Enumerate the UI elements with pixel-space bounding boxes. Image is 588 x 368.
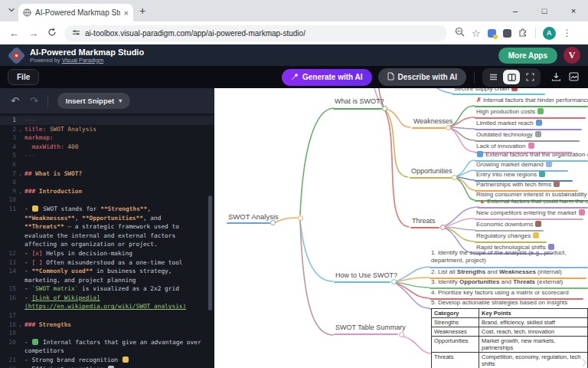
tab-strip: AI-Powered Markmap Studio × + – □ × (0, 0, 588, 21)
visual-paradigm-link[interactable]: Visual Paradigm (62, 57, 103, 64)
fold-caret-icon[interactable]: ▾ (19, 127, 21, 136)
code-line[interactable]: 20- Internal factors that give an advant… (0, 338, 214, 356)
browser-menu-icon[interactable]: ⋮ (563, 28, 572, 38)
split-view-button[interactable] (503, 70, 520, 84)
code-line[interactable]: 11- SWOT stands for **Strengths**, **Wea… (0, 205, 214, 249)
code-line[interactable]: 21- Strong brand recognition (0, 356, 214, 365)
node-toggle-circle[interactable] (440, 225, 446, 230)
mindmap-nodes: SWOT AnalysisWhat is SWOT?Secure supply … (214, 88, 588, 368)
swot-summary-table: CategoryKey PointsStrengthsBrand, effici… (431, 308, 588, 368)
table-row: OpportunitiesMarket growth, new markets,… (432, 337, 588, 353)
window-maximize-button[interactable]: □ (530, 6, 559, 15)
emoji-icon (511, 88, 518, 91)
opportunity-item: Partnerships with tech firms (476, 181, 560, 189)
profile-avatar[interactable]: A (543, 27, 556, 40)
code-line[interactable]: 18▾### Strengths (0, 320, 214, 330)
mindmap[interactable]: SWOT AnalysisWhat is SWOT?Secure supply … (214, 88, 588, 368)
howto-step: 3. Identify Opportunities and Threats (e… (431, 278, 563, 286)
code-line[interactable]: 8 (0, 178, 214, 187)
generate-with-ai-button[interactable]: Generate with AI (282, 69, 372, 86)
fold-caret-icon[interactable]: ▾ (19, 189, 21, 198)
extension-dark-icon[interactable] (503, 29, 511, 38)
code-line[interactable]: 16- [Link of Wikipedia](https://en.wikip… (0, 294, 214, 311)
code-line[interactable]: 7▾## What is SWOT? (0, 169, 214, 179)
node-toggle-circle[interactable] (452, 175, 457, 180)
browser-window: AI-Powered Markmap Studio × + – □ × ← → … (0, 0, 588, 368)
redo-button[interactable]: ↷ (30, 95, 38, 107)
browser-tab[interactable]: AI-Powered Markmap Studio × (18, 4, 133, 21)
tab-title: AI-Powered Markmap Studio (35, 8, 120, 17)
code-line[interactable]: 9▾### Introduction (0, 187, 214, 196)
url-bar[interactable]: ai-toolbox.visual-paradigm.com/app/ai-po… (64, 25, 447, 41)
emoji-icon (554, 181, 560, 187)
code-line[interactable]: 1--- (0, 116, 214, 125)
node-underline (227, 222, 270, 224)
undo-button[interactable]: ↶ (11, 95, 19, 107)
fullscreen-view-button[interactable] (521, 70, 538, 84)
code-line[interactable]: 19 (0, 329, 214, 338)
node-underline (475, 129, 582, 130)
extensions-puzzle-icon[interactable] (518, 26, 528, 40)
table-header: Key Points (479, 309, 588, 318)
opportunity-item: External factors that the organization c… (476, 151, 588, 159)
download-icon[interactable] (551, 71, 561, 84)
extension-colored-icon[interactable] (488, 29, 496, 38)
file-menu-button[interactable]: File (8, 69, 39, 85)
node-threats: Threats (412, 217, 436, 225)
editor-scrollbar[interactable] (208, 196, 212, 310)
code-line[interactable]: 13- [ ] Often misunderstood as a one-tim… (0, 258, 214, 268)
reload-button[interactable] (47, 28, 57, 39)
node-toggle-circle[interactable] (446, 125, 451, 130)
forward-button[interactable]: → (28, 28, 38, 39)
marker-icon: ▲ (479, 198, 485, 205)
tab-close-icon[interactable]: × (124, 8, 129, 18)
code-line[interactable]: 2▾title: SWOT Analysis (0, 125, 214, 134)
node-underline (333, 108, 382, 110)
code-line[interactable]: 22- Efficient operations (0, 365, 214, 368)
howto-step: 1. Identify the scope of the analysis (e… (431, 249, 567, 264)
more-apps-button[interactable]: More Apps (498, 48, 557, 64)
code-line[interactable]: 15- `SWOT matrix` is visualized as a 2x2… (0, 284, 214, 294)
code-line[interactable]: 17 (0, 311, 214, 320)
new-tab-button[interactable]: + (139, 5, 145, 16)
code-line[interactable]: 14- **Commonly used** in business strate… (0, 267, 214, 284)
node-toggle-circle[interactable] (399, 332, 404, 337)
code-line[interactable]: 5--- (0, 151, 214, 160)
zoom-icon[interactable] (455, 26, 465, 40)
opportunity-item: Entry into new regions (476, 171, 546, 179)
emoji-icon (579, 209, 585, 215)
node-toggle-circle[interactable] (391, 279, 397, 284)
code-line[interactable]: 3markmap: (0, 133, 214, 143)
code-line[interactable]: 6 (0, 160, 214, 169)
site-controls-icon[interactable] (72, 26, 80, 40)
export-image-icon[interactable] (569, 71, 579, 84)
editor-code[interactable]: 1---2▾title: SWOT Analysis3markmap:4 max… (0, 113, 214, 368)
fold-caret-icon[interactable]: ▾ (19, 171, 21, 180)
node-underline (410, 177, 452, 179)
window-close-button[interactable]: × (559, 6, 588, 15)
describe-with-ai-button[interactable]: Describe with AI (378, 68, 466, 86)
opportunity-item: Growing market demand (476, 161, 553, 169)
howto-step: 4. Prioritize key factors using a matrix… (431, 289, 569, 297)
visual-paradigm-logo[interactable]: V (564, 47, 580, 64)
node-toggle-circle[interactable] (298, 215, 303, 221)
back-button[interactable]: ← (9, 28, 19, 39)
fold-caret-icon[interactable]: ▾ (19, 322, 21, 331)
editor-only-view-button[interactable] (485, 70, 501, 84)
bookmark-star-icon[interactable]: ☆ (472, 28, 481, 39)
emoji-icon (108, 366, 114, 368)
node-underline (452, 94, 545, 95)
node-toggle-circle[interactable] (382, 106, 387, 111)
app-logo-icon (7, 46, 25, 64)
table-header: Category (432, 309, 479, 318)
window-minimize-button[interactable]: – (501, 6, 530, 15)
divider (535, 28, 536, 38)
node-what-is-swot: What is SWOT? (335, 97, 384, 106)
tab-search-chevron-icon[interactable] (8, 6, 15, 15)
code-line[interactable]: 12- [x] Helps in decision-making (0, 249, 214, 258)
insert-snippet-button[interactable]: Insert Snippet▾ (57, 93, 130, 109)
code-line[interactable]: 10 (0, 196, 214, 205)
node-toggle-circle[interactable] (270, 220, 276, 225)
emoji-icon (536, 120, 542, 126)
code-line[interactable]: 4 maxWidth: 400 (0, 143, 214, 152)
